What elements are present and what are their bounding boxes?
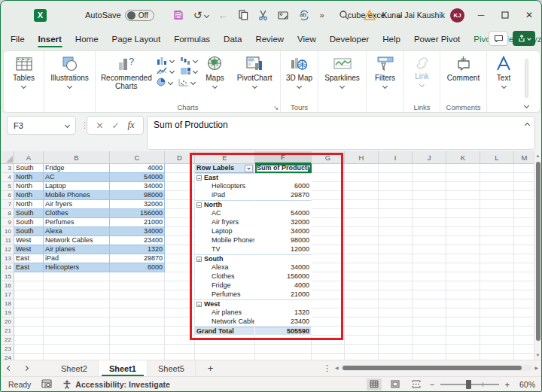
cell-I9[interactable] [379, 218, 413, 227]
cell-C6[interactable]: 98000 [110, 191, 165, 200]
cell-E7[interactable]: –North [195, 200, 255, 209]
cell-I24[interactable] [379, 354, 413, 360]
cell-G12[interactable] [312, 245, 345, 254]
cell-M4[interactable] [514, 173, 535, 182]
cell-A11[interactable]: West [14, 236, 44, 245]
cell-A6[interactable]: North [14, 191, 44, 200]
cell-I15[interactable] [379, 272, 413, 281]
cell-E22[interactable] [195, 336, 255, 345]
cell-A5[interactable]: North [14, 182, 44, 191]
cell-D19[interactable] [165, 308, 195, 318]
cell-I14[interactable] [379, 263, 413, 272]
cell-G16[interactable] [312, 281, 345, 290]
cell-B21[interactable] [44, 327, 110, 336]
cell-B5[interactable]: Laptop [44, 182, 110, 191]
cell-F24[interactable] [255, 354, 312, 360]
cell-F4[interactable] [255, 173, 312, 182]
cell-J13[interactable] [413, 254, 446, 263]
cell-I10[interactable] [379, 227, 413, 236]
row-header-24[interactable]: 24 [1, 354, 14, 360]
cell-M17[interactable] [514, 290, 535, 299]
sparklines-button[interactable]: Sparklines [321, 54, 364, 88]
cell-F10[interactable]: 34000 [255, 227, 312, 236]
zoom-in-icon[interactable]: + [505, 380, 510, 389]
cell-M22[interactable] [514, 336, 535, 345]
cell-L9[interactable] [480, 218, 514, 227]
cell-L5[interactable] [480, 182, 514, 191]
cell-J4[interactable] [413, 173, 446, 182]
row-header-22[interactable]: 22 [1, 336, 14, 345]
cell-F6[interactable]: 29870 [255, 191, 312, 200]
ribbon-tab-file[interactable]: File [4, 32, 32, 48]
email-icon[interactable] [278, 11, 289, 20]
cell-K8[interactable] [446, 209, 480, 218]
cell-B4[interactable]: AC [44, 173, 110, 182]
cell-M16[interactable] [514, 281, 535, 290]
cell-C12[interactable]: 1320 [110, 245, 165, 254]
cell-H4[interactable] [345, 173, 379, 182]
row-header-18[interactable]: 18 [1, 299, 14, 308]
cell-D15[interactable] [165, 272, 195, 281]
cell-A15[interactable] [14, 272, 44, 281]
cell-G4[interactable] [312, 173, 345, 182]
column-chart-button[interactable] [157, 56, 174, 65]
cell-E12[interactable]: TV [195, 245, 255, 254]
cell-D16[interactable] [165, 281, 195, 290]
cell-H10[interactable] [345, 227, 379, 236]
cell-M18[interactable] [514, 299, 535, 308]
cell-L22[interactable] [480, 336, 514, 345]
cancel-icon[interactable]: ✕ [96, 120, 103, 131]
collapse-group-icon[interactable]: – [196, 202, 202, 208]
cell-B6[interactable]: Mobile Phones [44, 191, 110, 200]
cell-B16[interactable] [44, 281, 110, 290]
cell-B10[interactable]: Alexa [44, 227, 110, 236]
cell-F21[interactable]: 505590 [255, 327, 312, 336]
cell-H8[interactable] [345, 209, 379, 218]
account-button[interactable]: Kunal Jai Kaushik KJ [382, 8, 464, 23]
cell-J21[interactable] [413, 327, 446, 336]
cell-G14[interactable] [312, 263, 345, 272]
comment-button[interactable]: Comment [443, 54, 484, 82]
cell-A20[interactable] [14, 318, 44, 327]
pivotchart-button[interactable]: PivotChart [231, 54, 278, 88]
cell-L20[interactable] [480, 318, 514, 327]
row-header-12[interactable]: 12 [1, 245, 14, 254]
scroll-down-icon[interactable]: ▼ [536, 351, 540, 360]
cell-E13[interactable]: –South [195, 254, 255, 263]
cell-C21[interactable] [110, 327, 165, 336]
cell-M11[interactable] [514, 236, 535, 245]
cell-M8[interactable] [514, 209, 535, 218]
cell-K20[interactable] [446, 318, 480, 327]
cell-D3[interactable] [165, 164, 195, 173]
cell-L12[interactable] [480, 245, 514, 254]
cell-H21[interactable] [345, 327, 379, 336]
cell-C24[interactable] [110, 354, 165, 360]
cell-H3[interactable] [345, 164, 379, 173]
cell-H18[interactable] [345, 299, 379, 308]
alert-button[interactable] [357, 1, 382, 29]
column-header-K[interactable]: K [446, 151, 480, 164]
cell-J17[interactable] [413, 290, 446, 299]
cell-L4[interactable] [480, 173, 514, 182]
column-header-B[interactable]: B [44, 151, 110, 164]
page-layout-view-button[interactable] [388, 378, 403, 390]
cell-C11[interactable]: 23400 [110, 236, 165, 245]
cell-A13[interactable]: East [14, 254, 44, 263]
copy-icon[interactable] [239, 10, 248, 20]
cell-D11[interactable] [165, 236, 195, 245]
cell-A18[interactable] [14, 299, 44, 308]
cell-J20[interactable] [413, 318, 446, 327]
cell-F18[interactable] [255, 299, 312, 308]
zoom-slider-thumb[interactable] [466, 380, 471, 389]
cell-C20[interactable] [110, 318, 165, 327]
cell-H24[interactable] [345, 354, 379, 360]
cell-I12[interactable] [379, 245, 413, 254]
scroll-left-icon[interactable]: ◀ [335, 363, 339, 372]
row-labels-filter-button[interactable] [245, 165, 253, 172]
cell-H11[interactable] [345, 236, 379, 245]
cell-G21[interactable] [312, 327, 345, 336]
cell-K4[interactable] [446, 173, 480, 182]
cell-L15[interactable] [480, 272, 514, 281]
ribbon-tab-developer[interactable]: Developer [323, 32, 376, 48]
cell-I20[interactable] [379, 318, 413, 327]
